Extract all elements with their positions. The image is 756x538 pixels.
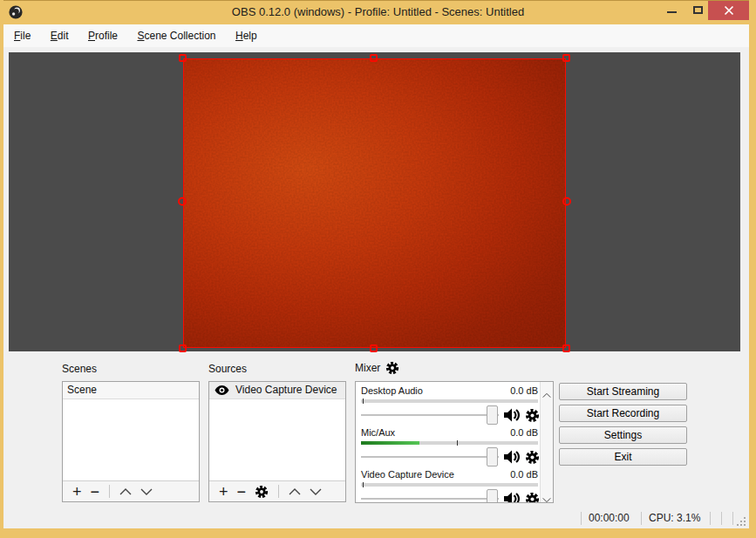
menu-file[interactable]: File [6,24,38,47]
volume-meter-tick [457,440,458,446]
sources-toolbar: + − [209,480,345,501]
move-scene-up-button[interactable] [115,488,136,495]
titlebar[interactable]: OBS 0.12.0 (windows) - Profile: Untitled… [0,0,756,24]
volume-meter [361,483,538,487]
volume-meter-fill [361,441,419,445]
sources-label: Sources [208,362,247,376]
volume-slider-track [361,414,499,416]
volume-slider-handle[interactable] [487,405,498,425]
selection-handle-top-center[interactable] [370,54,378,62]
mixer-channel-volume-db: 0.0 dB [510,385,538,397]
video-noise-texture [184,59,565,347]
scenes-list[interactable]: Scene + − [62,381,200,502]
add-source-button[interactable]: + [215,483,233,501]
resize-grip[interactable] [737,517,746,527]
start-recording-button[interactable]: Start Recording [559,405,687,422]
scenes-toolbar: + − [63,480,199,501]
selection-handle-top-right[interactable] [562,54,570,62]
mixer-scrollbar[interactable] [540,382,553,502]
scroll-down-button[interactable] [542,491,551,498]
move-source-up-button[interactable] [284,488,305,495]
close-icon [724,5,734,16]
remove-scene-button[interactable]: − [86,483,105,501]
chevron-down-icon [310,488,322,495]
volume-slider-track [361,498,499,500]
mixer-channel-volume-db: 0.0 dB [510,427,538,439]
maximize-button[interactable] [685,0,710,20]
volume-slider[interactable] [361,447,499,466]
volume-slider[interactable] [361,405,499,425]
mixer-settings-gear-icon[interactable] [385,361,399,375]
selection-handle-bottom-right[interactable] [562,344,570,352]
mixer-channel-name: Desktop Audio [361,385,423,397]
volume-meter [361,399,538,403]
statusbar-separator [641,512,642,525]
selection-handle-middle-left[interactable] [178,197,187,206]
mixer-channel-volume-db: 0.0 dB [510,469,538,480]
gear-icon [525,408,540,423]
settings-button[interactable]: Settings [559,426,687,444]
volume-meter [361,441,538,445]
preview-source-video[interactable] [184,59,565,347]
exit-button[interactable]: Exit [559,448,687,466]
scene-name: Scene [67,382,97,398]
speaker-icon [504,450,520,464]
statusbar-separator [732,512,733,525]
menubar: File Edit Profile Scene Collection Help [3,24,749,47]
close-button[interactable] [708,0,749,20]
volume-slider[interactable] [361,489,499,503]
menu-edit[interactable]: Edit [43,24,77,47]
source-list-item[interactable]: Video Capture Device [209,382,345,399]
gear-icon [255,485,269,499]
preview-canvas[interactable] [9,52,740,351]
stream-time: 00:00:00 [589,512,630,525]
selection-handle-top-left[interactable] [179,54,187,62]
selection-handle-bottom-left[interactable] [179,344,187,352]
mixer-channel-desktop-audio: Desktop Audio 0.0 dB [361,385,538,425]
mixer-panel: Desktop Audio 0.0 dB Mic/Aux [355,381,554,503]
cpu-usage: CPU: 3.1% [649,512,700,525]
obs-main-window: OBS 0.12.0 (windows) - Profile: Untitled… [0,0,756,538]
mute-speaker-button[interactable] [504,492,520,503]
selection-handle-bottom-center[interactable] [370,344,378,352]
menu-help[interactable]: Help [228,24,265,47]
toolbar-separator [109,485,110,498]
menu-scene-collection[interactable]: Scene Collection [129,24,223,47]
move-scene-down-button[interactable] [136,488,157,495]
move-source-down-button[interactable] [305,488,326,495]
chevron-up-icon [119,488,132,495]
channel-settings-button[interactable] [525,450,540,465]
add-scene-button[interactable]: + [68,483,86,501]
statusbar-separator [721,512,722,525]
volume-slider-handle[interactable] [487,447,498,466]
volume-slider-handle[interactable] [487,489,498,503]
speaker-icon [504,492,520,503]
window-frame-bottom-line [0,535,756,535]
statusbar-separator [581,512,582,525]
mixer-channel-name: Mic/Aux [361,427,395,439]
scene-list-item[interactable]: Scene [63,382,199,399]
toolbar-separator [278,485,279,498]
source-properties-button[interactable] [250,485,273,499]
minimize-icon [667,11,677,13]
scroll-up-button[interactable] [542,386,551,393]
channel-settings-button[interactable] [525,408,540,423]
chevron-down-icon [542,497,551,503]
scenes-label: Scenes [62,362,97,376]
gear-icon [525,450,540,465]
sources-list[interactable]: Video Capture Device + − [208,381,346,502]
start-streaming-button[interactable]: Start Streaming [559,383,687,400]
remove-source-button[interactable]: − [233,483,251,501]
channel-settings-button[interactable] [525,492,540,504]
speaker-icon [504,408,520,422]
window-title: OBS 0.12.0 (windows) - Profile: Untitled… [0,0,756,24]
maximize-icon [693,6,703,14]
menu-profile[interactable]: Profile [80,24,126,47]
selection-handle-middle-right[interactable] [562,197,571,206]
visibility-eye-icon[interactable] [215,385,229,396]
chevron-up-icon [289,488,301,495]
mute-speaker-button[interactable] [504,450,520,464]
volume-meter-tick [363,482,364,487]
mute-speaker-button[interactable] [504,408,520,422]
minimize-button[interactable] [659,0,684,20]
